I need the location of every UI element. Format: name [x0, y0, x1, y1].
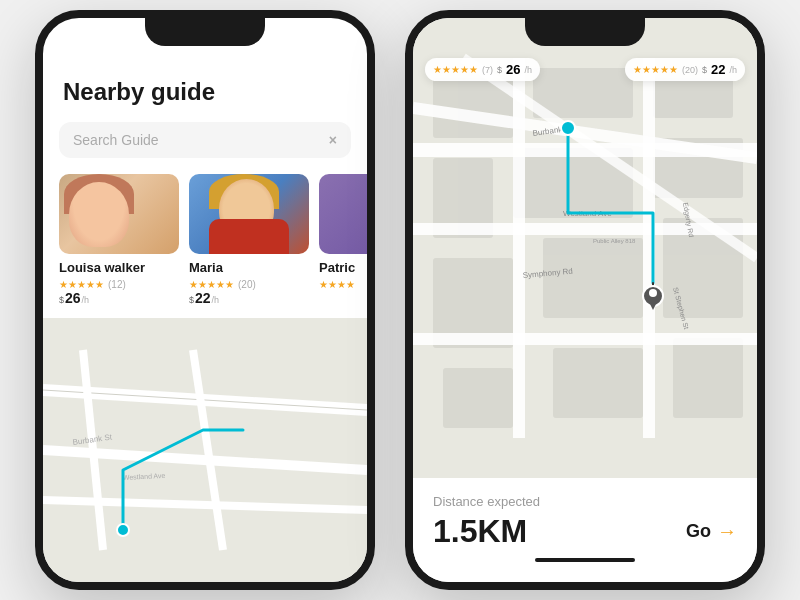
map-svg-right: Burbank St Westland Ave Symphony Rd Edge… — [413, 18, 757, 478]
distance-row: 1.5KM Go → — [433, 513, 737, 550]
guide-card-image-louisa — [59, 174, 179, 254]
go-label: Go — [686, 521, 711, 542]
stars-patric: ★★★★ — [319, 279, 355, 290]
guide-name-patric: Patric — [319, 260, 367, 275]
guide-name-louisa: Louisa walker — [59, 260, 179, 275]
go-button[interactable]: Go → — [686, 520, 737, 543]
page-title: Nearby guide — [63, 78, 347, 106]
svg-point-39 — [649, 289, 657, 297]
svg-point-9 — [117, 524, 129, 536]
map-area-left: Burbank St Westland Ave — [43, 318, 367, 582]
guide-card-image-patric — [319, 174, 367, 254]
search-bar[interactable]: Search Guide × — [59, 122, 351, 158]
guide-card-maria[interactable]: Maria ★★★★★ (20) $ 22 /h — [189, 174, 309, 306]
left-phone: Nearby guide Search Guide × Louisa walke… — [35, 10, 375, 590]
guide-meta-louisa: ★★★★★ (12) — [59, 279, 179, 290]
rating-chip-2: ★★★★★ (20) $ 22 /h — [625, 58, 745, 81]
svg-text:Public Alley 818: Public Alley 818 — [593, 238, 636, 244]
price-louisa: $ 26 /h — [59, 290, 179, 306]
svg-rect-13 — [653, 78, 733, 118]
svg-rect-21 — [553, 348, 643, 418]
svg-rect-26 — [513, 58, 525, 438]
rating-chip-1: ★★★★★ (7) $ 26 /h — [425, 58, 540, 81]
stars-louisa: ★★★★★ — [59, 279, 104, 290]
top-ratings-bar: ★★★★★ (7) $ 26 /h ★★★★★ (20) $ 22 /h — [413, 58, 757, 81]
svg-rect-20 — [443, 368, 513, 428]
svg-rect-25 — [413, 333, 757, 345]
svg-rect-22 — [673, 338, 743, 418]
guide-cards-list: Louisa walker ★★★★★ (12) $ 26 /h — [43, 174, 367, 306]
map-svg-left: Burbank St Westland Ave — [43, 318, 367, 582]
phone-header: Nearby guide — [43, 58, 367, 122]
stars-maria: ★★★★★ — [189, 279, 234, 290]
notch — [145, 18, 265, 46]
notch-right — [525, 18, 645, 46]
guide-card-patric[interactable]: Patric ★★★★ — [319, 174, 367, 306]
search-close-icon[interactable]: × — [329, 132, 337, 148]
guide-meta-patric: ★★★★ — [319, 279, 367, 290]
price-maria: $ 22 /h — [189, 290, 309, 306]
guide-name-maria: Maria — [189, 260, 309, 275]
distance-value: 1.5KM — [433, 513, 527, 550]
rating-count-louisa: (12) — [108, 279, 126, 290]
guide-card-louisa[interactable]: Louisa walker ★★★★★ (12) $ 26 /h — [59, 174, 179, 306]
svg-point-37 — [561, 121, 575, 135]
svg-rect-18 — [543, 238, 643, 318]
search-placeholder: Search Guide — [73, 132, 159, 148]
rating-count-maria: (20) — [238, 279, 256, 290]
home-indicator — [535, 558, 635, 562]
guide-meta-maria: ★★★★★ (20) — [189, 279, 309, 290]
guide-card-image-maria — [189, 174, 309, 254]
right-phone: ★★★★★ (7) $ 26 /h ★★★★★ (20) $ 22 /h — [405, 10, 765, 590]
distance-label: Distance expected — [433, 494, 737, 509]
map-area-right: Burbank St Westland Ave Symphony Rd Edge… — [413, 18, 757, 478]
go-arrow-icon: → — [717, 520, 737, 543]
bottom-panel: Distance expected 1.5KM Go → — [413, 478, 757, 582]
